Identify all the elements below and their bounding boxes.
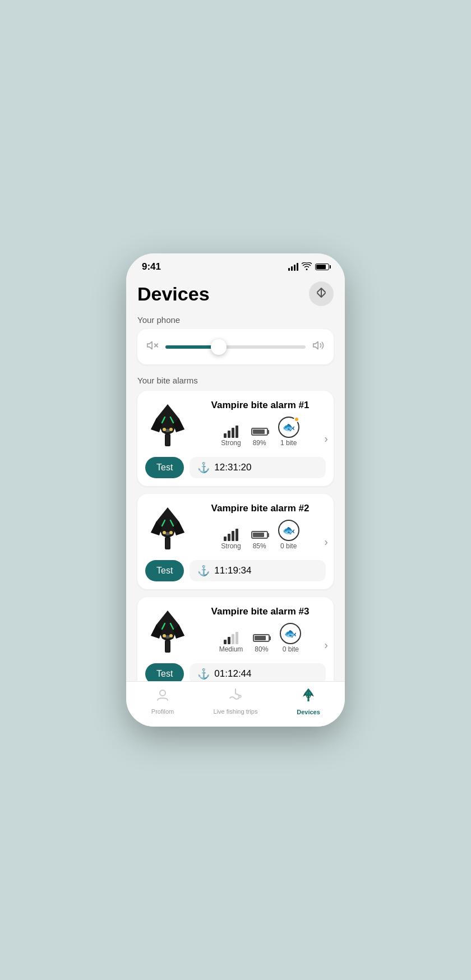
bites-stat-3: 🐟 0 bite	[280, 623, 301, 653]
fish-icon-3: 🐟	[280, 623, 301, 644]
svg-point-34	[163, 634, 166, 637]
tab-bar: Profilom Live fishing trips	[126, 681, 345, 727]
time-badge-3: ⚓ 01:12:44	[190, 663, 326, 681]
device-name-2: Vampire bite alarm #2	[195, 503, 326, 514]
signal-label-2: Strong	[221, 542, 241, 550]
svg-point-22	[163, 531, 166, 534]
svg-rect-25	[166, 538, 169, 548]
fish-icon-2: 🐟	[278, 520, 299, 541]
test-button-1[interactable]: Test	[145, 457, 184, 478]
battery-icon-1	[251, 428, 268, 436]
svg-rect-13	[166, 435, 169, 445]
timer-icon-1: ⚓	[197, 461, 210, 474]
device-body-2: Vampire bite alarm #2 Strong	[190, 503, 326, 550]
signal-stat-2: Strong	[221, 529, 241, 550]
device-stats-3: Medium 80% 🐟	[195, 623, 326, 653]
bites-stat-2: 🐟 0 bite	[278, 520, 299, 550]
volume-slider[interactable]	[165, 345, 306, 349]
svg-point-38	[160, 690, 165, 696]
tab-devices-label: Devices	[297, 709, 320, 715]
device-body-3: Vampire bite alarm #3 Medium	[190, 606, 326, 653]
volume-track	[165, 345, 306, 349]
svg-point-10	[163, 428, 166, 431]
battery-stat-2: 85%	[251, 529, 268, 550]
volume-mute-icon	[146, 339, 159, 354]
test-button-3[interactable]: Test	[145, 663, 184, 681]
svg-point-49	[309, 696, 310, 697]
device-card-3: Vampire bite alarm #3 Medium	[137, 597, 334, 681]
device-stats-2: Strong 85% 🐟	[195, 520, 326, 550]
test-button-2[interactable]: Test	[145, 560, 184, 581]
profile-icon	[155, 688, 170, 706]
bites-stat-1: 🐟 1 bite	[278, 417, 299, 447]
svg-rect-50	[307, 698, 309, 701]
chevron-right-3[interactable]: ›	[324, 639, 328, 651]
signal-stat-3: Medium	[219, 632, 243, 653]
battery-label-2: 85%	[253, 542, 266, 550]
signal-bars-icon-3	[224, 632, 238, 644]
device-card-bottom-2: Test ⚓ 11:19:34	[145, 560, 326, 581]
chevron-right-1[interactable]: ›	[324, 432, 328, 445]
volume-card	[137, 329, 334, 364]
time-badge-2: ⚓ 11:19:34	[190, 560, 326, 581]
fish-icon-1: 🐟	[278, 417, 299, 438]
main-content: Devices Your phone	[126, 276, 345, 681]
time-value-1: 12:31:20	[214, 462, 251, 473]
svg-point-41	[239, 695, 241, 697]
volume-up-icon	[312, 339, 325, 354]
device-image-1	[145, 400, 190, 450]
devices-icon	[300, 687, 317, 706]
device-image-3	[145, 606, 190, 657]
status-bar: 9:41	[126, 253, 345, 276]
page-title: Devices	[137, 283, 210, 305]
signal-stat-1: Strong	[221, 426, 241, 447]
timer-icon-2: ⚓	[197, 565, 210, 577]
tab-devices[interactable]: Devices	[272, 687, 345, 715]
svg-point-35	[169, 634, 173, 637]
phone-section-label: Your phone	[137, 315, 334, 325]
svg-point-48	[307, 696, 308, 697]
tab-live[interactable]: Live fishing trips	[199, 688, 272, 715]
chevron-right-2[interactable]: ›	[324, 535, 328, 548]
device-card-bottom-1: Test ⚓ 12:31:20	[145, 457, 326, 478]
wifi-icon	[302, 262, 312, 272]
signal-bars-icon-2	[224, 529, 238, 541]
device-body-1: Vampire bite alarm #1 Strong	[190, 400, 326, 447]
volume-thumb[interactable]	[211, 339, 227, 355]
signal-label-1: Strong	[221, 439, 241, 447]
live-fishing-icon	[228, 688, 243, 706]
battery-icon-3	[253, 634, 270, 642]
sort-button[interactable]	[309, 281, 334, 306]
sort-icon	[315, 286, 328, 302]
device-stats-1: Strong 89% 🐟	[195, 417, 326, 447]
bites-label-1: 1 bite	[280, 439, 297, 447]
timer-icon-3: ⚓	[197, 668, 210, 680]
device-card-1: Vampire bite alarm #1 Strong	[137, 391, 334, 486]
time-value-3: 01:12:44	[214, 668, 251, 679]
device-name-1: Vampire bite alarm #1	[195, 400, 326, 411]
device-card-bottom-3: Test ⚓ 01:12:44	[145, 663, 326, 681]
tab-live-label: Live fishing trips	[214, 708, 258, 715]
signal-label-3: Medium	[219, 645, 243, 653]
battery-icon	[315, 264, 329, 270]
svg-rect-37	[166, 641, 169, 651]
time-value-2: 11:19:34	[214, 565, 251, 576]
status-icons	[288, 262, 329, 272]
page-header: Devices	[137, 276, 334, 315]
tab-profile[interactable]: Profilom	[126, 688, 199, 715]
bites-label-3: 0 bite	[283, 645, 299, 653]
signal-icon	[288, 263, 298, 271]
bite-dot-1	[294, 417, 299, 422]
bites-label-2: 0 bite	[280, 542, 297, 550]
battery-label-3: 80%	[255, 645, 268, 653]
battery-label-1: 89%	[253, 439, 266, 447]
phone-frame: 9:41 Devices	[126, 253, 345, 727]
tab-profile-label: Profilom	[151, 708, 174, 715]
status-time: 9:41	[142, 261, 161, 272]
svg-point-11	[169, 428, 173, 431]
bite-alarms-label: Your bite alarms	[137, 376, 334, 385]
device-name-3: Vampire bite alarm #3	[195, 606, 326, 617]
device-image-2	[145, 503, 190, 553]
signal-bars-icon	[224, 426, 238, 438]
battery-stat-3: 80%	[253, 632, 270, 653]
